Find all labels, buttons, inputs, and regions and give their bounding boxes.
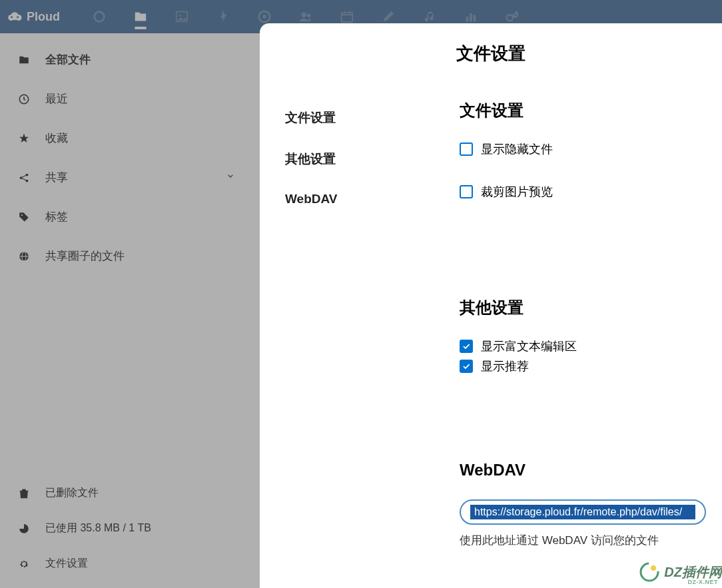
webdav-url-field[interactable] <box>460 499 706 525</box>
checkbox-unchecked[interactable] <box>460 143 473 156</box>
option-label: 显示富文本编辑区 <box>481 338 577 354</box>
nav-item-other-settings[interactable]: 其他设置 <box>285 139 433 180</box>
section-title-files: 文件设置 <box>460 100 718 121</box>
checkbox-checked[interactable] <box>460 360 473 373</box>
panel-title: 文件设置 <box>260 23 722 77</box>
site-watermark: DZ插件网 DZ-X.NET <box>639 561 722 583</box>
option-crop-preview[interactable]: 裁剪图片预览 <box>460 184 718 200</box>
panel-nav: 文件设置 其他设置 WebDAV <box>260 77 433 588</box>
section-title-webdav: WebDAV <box>460 461 718 479</box>
nav-item-webdav[interactable]: WebDAV <box>285 180 433 218</box>
panel-body: 文件设置 其他设置 WebDAV 文件设置 显示隐藏文件 裁剪图片预览 其他设置… <box>260 77 722 588</box>
file-settings-panel: 文件设置 文件设置 其他设置 WebDAV 文件设置 显示隐藏文件 裁剪图片预览… <box>260 23 722 588</box>
panel-content: 文件设置 显示隐藏文件 裁剪图片预览 其他设置 显示富文本编辑区 显示推荐 We… <box>433 77 722 588</box>
nav-item-file-settings[interactable]: 文件设置 <box>285 97 433 139</box>
option-show-hidden[interactable]: 显示隐藏文件 <box>460 141 718 157</box>
webdav-description: 使用此地址通过 WebDAV 访问您的文件 <box>460 531 718 549</box>
svg-point-24 <box>641 563 658 581</box>
section-title-other: 其他设置 <box>460 297 718 318</box>
option-rich-editor[interactable]: 显示富文本编辑区 <box>460 338 718 354</box>
watermark-icon <box>639 561 660 583</box>
option-label: 显示推荐 <box>481 358 529 374</box>
webdav-url-input[interactable] <box>470 505 695 519</box>
checkbox-unchecked[interactable] <box>460 185 473 198</box>
option-recommendations[interactable]: 显示推荐 <box>460 358 718 374</box>
option-label: 显示隐藏文件 <box>481 141 553 157</box>
option-label: 裁剪图片预览 <box>481 184 553 200</box>
watermark-sub: DZ-X.NET <box>688 579 719 585</box>
checkbox-checked[interactable] <box>460 340 473 353</box>
svg-point-25 <box>651 565 656 571</box>
